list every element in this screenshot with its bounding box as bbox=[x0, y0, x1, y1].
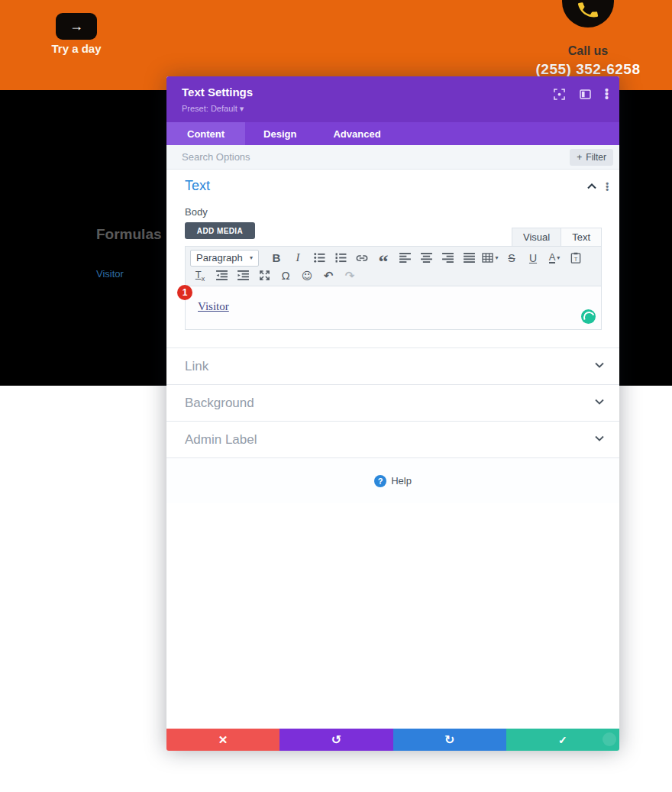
editor-visitor-link[interactable]: Visitor bbox=[198, 300, 229, 313]
strikethrough-icon[interactable]: S bbox=[502, 250, 522, 267]
step-badge: 1 bbox=[177, 285, 192, 300]
editor-toolbar: Paragraph ▾ B I “ bbox=[185, 246, 602, 286]
chevron-down-icon bbox=[595, 362, 604, 368]
text-settings-modal: Text Settings Preset: Default ▾ ••• Cont… bbox=[166, 76, 619, 751]
undo-button[interactable]: ↺ bbox=[279, 729, 393, 751]
table-icon[interactable]: ▾ bbox=[480, 250, 500, 267]
preset-selector[interactable]: Preset: Default ▾ bbox=[182, 104, 244, 114]
tab-design[interactable]: Design bbox=[245, 122, 315, 145]
phone-circle-icon[interactable] bbox=[562, 0, 614, 27]
section-admin-label[interactable]: Admin Label bbox=[166, 421, 619, 457]
editor-tab-visual[interactable]: Visual bbox=[512, 228, 561, 246]
search-options-input[interactable] bbox=[182, 151, 472, 163]
screen: → Try a day Call us (255) 352-6258 Formu… bbox=[0, 0, 672, 792]
save-button[interactable]: ✓ bbox=[506, 729, 619, 751]
align-center-icon[interactable] bbox=[416, 250, 436, 267]
editor-tab-text[interactable]: Text bbox=[561, 228, 602, 246]
section-background[interactable]: Background bbox=[166, 384, 619, 421]
fullscreen-icon[interactable] bbox=[254, 267, 274, 284]
help-row: ? Help bbox=[166, 457, 619, 503]
try-arrow-button[interactable]: → bbox=[56, 13, 97, 40]
modal-header[interactable]: Text Settings Preset: Default ▾ ••• bbox=[166, 76, 619, 122]
visitor-page-link[interactable]: Visitor bbox=[96, 268, 124, 280]
split-view-icon[interactable] bbox=[579, 88, 591, 100]
section-link[interactable]: Link bbox=[166, 348, 619, 384]
help-link[interactable]: Help bbox=[391, 475, 412, 487]
chevron-down-icon bbox=[595, 399, 604, 405]
text-color-icon[interactable]: A ▾ bbox=[544, 250, 564, 267]
grammarly-icon[interactable] bbox=[581, 309, 596, 324]
redo-icon[interactable]: ↷ bbox=[340, 267, 360, 284]
add-media-button[interactable]: ADD MEDIA bbox=[185, 222, 255, 239]
paragraph-format-select[interactable]: Paragraph ▾ bbox=[190, 250, 259, 267]
clear-formatting-icon[interactable]: Tx bbox=[190, 267, 210, 284]
chevron-down-icon: ▾ bbox=[250, 254, 253, 261]
indent-icon[interactable] bbox=[233, 267, 253, 284]
numbered-list-icon[interactable] bbox=[331, 250, 351, 267]
justify-icon[interactable] bbox=[459, 250, 479, 267]
link-icon[interactable] bbox=[352, 250, 372, 267]
filter-button[interactable]: + Filter bbox=[570, 149, 613, 166]
undo-icon: ↺ bbox=[331, 732, 341, 747]
check-icon: ✓ bbox=[558, 734, 567, 746]
modal-title: Text Settings bbox=[182, 86, 253, 99]
arrow-right-icon: → bbox=[69, 18, 83, 34]
redo-button[interactable]: ↻ bbox=[393, 729, 506, 751]
phone-icon bbox=[574, 0, 602, 24]
settings-tab-bar: Content Design Advanced bbox=[166, 122, 619, 145]
undo-icon[interactable]: ↶ bbox=[318, 267, 338, 284]
section-title-text[interactable]: Text bbox=[185, 178, 210, 194]
formulas-heading: Formulas bbox=[96, 226, 162, 243]
blockquote-icon[interactable]: “ bbox=[373, 250, 393, 267]
plus-icon: + bbox=[577, 152, 582, 163]
modal-menu-icon[interactable]: ••• bbox=[605, 89, 609, 100]
discard-button[interactable]: ✕ bbox=[166, 729, 279, 751]
section-menu-icon[interactable]: ••• bbox=[606, 182, 609, 191]
body-editor-area[interactable]: Visitor bbox=[185, 286, 602, 330]
italic-icon[interactable]: I bbox=[288, 250, 308, 267]
outdent-icon[interactable] bbox=[212, 267, 231, 284]
paste-as-text-icon[interactable]: T bbox=[566, 250, 586, 267]
body-field-label: Body bbox=[185, 206, 208, 218]
help-icon[interactable]: ? bbox=[374, 475, 386, 487]
svg-text:T: T bbox=[574, 256, 578, 263]
align-left-icon[interactable] bbox=[395, 250, 415, 267]
close-icon: ✕ bbox=[218, 733, 228, 747]
focus-mode-icon[interactable] bbox=[553, 88, 565, 100]
underline-icon[interactable]: U bbox=[523, 250, 543, 267]
call-us-label: Call us bbox=[527, 44, 649, 58]
tab-content[interactable]: Content bbox=[166, 122, 245, 145]
resize-grip[interactable] bbox=[603, 732, 616, 746]
redo-icon: ↻ bbox=[444, 732, 454, 747]
align-right-icon[interactable] bbox=[438, 250, 457, 267]
chevron-down-icon bbox=[595, 435, 604, 441]
special-character-icon[interactable]: Ω bbox=[276, 267, 296, 284]
search-options-bar: + Filter bbox=[166, 145, 619, 170]
bold-icon[interactable]: B bbox=[267, 250, 286, 267]
modal-action-bar: ✕ ↺ ↻ ✓ bbox=[166, 729, 619, 751]
phone-number[interactable]: (255) 352-6258 bbox=[504, 61, 672, 78]
try-a-day-label: Try a day bbox=[23, 42, 130, 55]
bullet-list-icon[interactable] bbox=[309, 250, 329, 267]
editor-mode-tabs: Visual Text bbox=[512, 228, 602, 246]
tab-advanced[interactable]: Advanced bbox=[315, 122, 399, 145]
emoticon-icon[interactable]: ☺ bbox=[297, 267, 317, 284]
chevron-up-icon[interactable] bbox=[587, 183, 596, 189]
